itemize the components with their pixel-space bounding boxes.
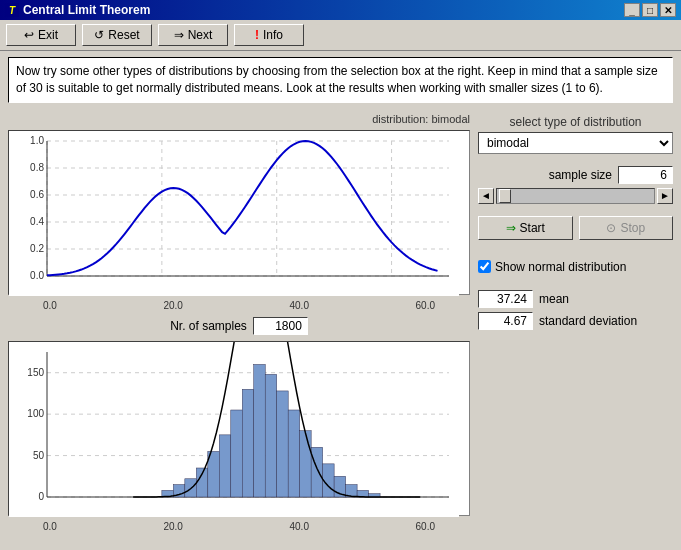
slider-thumb[interactable]: [499, 189, 511, 203]
start-label: Start: [520, 221, 545, 235]
main-content: distribution: bimodal 0.0 20.0 40.0 60.0…: [0, 109, 681, 536]
sample-size-section: sample size 6 ◄ ►: [478, 162, 673, 204]
maximize-button[interactable]: □: [642, 3, 658, 17]
title-bar-left: T Central Limit Theorem: [5, 3, 150, 17]
exit-button[interactable]: ↩ Exit: [6, 24, 76, 46]
top-chart-x-labels: 0.0 20.0 40.0 60.0: [8, 299, 470, 311]
mean-row: 37.24 mean: [478, 290, 673, 308]
samples-label: Nr. of samples: [170, 319, 247, 333]
bottom-chart: [8, 341, 470, 516]
info-button[interactable]: ! Info: [234, 24, 304, 46]
toolbar: ↩ Exit ↺ Reset ⇒ Next ! Info: [0, 20, 681, 51]
app-icon: T: [5, 3, 19, 17]
distribution-section: select type of distribution uniform norm…: [478, 115, 673, 154]
stop-icon: ⊙: [606, 221, 616, 235]
distribution-label: select type of distribution: [478, 115, 673, 129]
start-icon: ⇒: [506, 221, 516, 235]
show-normal-checkbox[interactable]: [478, 260, 491, 273]
samples-value: 1800: [253, 317, 308, 335]
distribution-dropdown-container: uniform normal bimodal skewed exponentia…: [478, 132, 673, 154]
window-title: Central Limit Theorem: [23, 3, 150, 17]
distribution-select[interactable]: uniform normal bimodal skewed exponentia…: [478, 132, 673, 154]
samples-row: Nr. of samples 1800: [8, 317, 470, 335]
show-normal-label: Show normal distribution: [495, 260, 626, 274]
bottom-chart-x-labels: 0.0 20.0 40.0 60.0: [8, 520, 470, 532]
exit-label: Exit: [38, 28, 58, 42]
next-button[interactable]: ⇒ Next: [158, 24, 228, 46]
title-bar: T Central Limit Theorem _ □ ✕: [0, 0, 681, 20]
stats-grid: 37.24 mean 4.67 standard deviation: [478, 290, 673, 330]
slider-track[interactable]: [496, 188, 655, 204]
std-label: standard deviation: [539, 314, 637, 328]
close-button[interactable]: ✕: [660, 3, 676, 17]
stop-label: Stop: [620, 221, 645, 235]
sample-size-row: sample size 6: [478, 166, 673, 184]
next-icon: ⇒: [174, 28, 184, 42]
reset-icon: ↺: [94, 28, 104, 42]
bottom-chart-canvas: [9, 342, 459, 517]
stop-button[interactable]: ⊙ Stop: [579, 216, 674, 240]
sample-size-label: sample size: [549, 168, 612, 182]
slider-left-arrow[interactable]: ◄: [478, 188, 494, 204]
top-chart-label: distribution: bimodal: [8, 113, 470, 125]
top-chart-canvas: [9, 131, 459, 296]
action-buttons: ⇒ Start ⊙ Stop: [478, 216, 673, 240]
std-row: 4.67 standard deviation: [478, 312, 673, 330]
std-value: 4.67: [478, 312, 533, 330]
next-label: Next: [188, 28, 213, 42]
sample-size-value: 6: [618, 166, 673, 184]
info-box: Now try some other types of distribution…: [8, 57, 673, 103]
charts-area: distribution: bimodal 0.0 20.0 40.0 60.0…: [8, 113, 470, 532]
exit-icon: ↩: [24, 28, 34, 42]
reset-button[interactable]: ↺ Reset: [82, 24, 152, 46]
mean-label: mean: [539, 292, 569, 306]
slider-right-arrow[interactable]: ►: [657, 188, 673, 204]
slider-row: ◄ ►: [478, 188, 673, 204]
start-button[interactable]: ⇒ Start: [478, 216, 573, 240]
minimize-button[interactable]: _: [624, 3, 640, 17]
info-icon: !: [255, 28, 259, 42]
top-chart: [8, 130, 470, 295]
show-normal-row: Show normal distribution: [478, 260, 673, 274]
mean-value: 37.24: [478, 290, 533, 308]
title-bar-controls[interactable]: _ □ ✕: [624, 3, 676, 17]
reset-label: Reset: [108, 28, 139, 42]
info-label: Info: [263, 28, 283, 42]
info-text: Now try some other types of distribution…: [16, 64, 658, 95]
right-panel: select type of distribution uniform norm…: [478, 113, 673, 532]
